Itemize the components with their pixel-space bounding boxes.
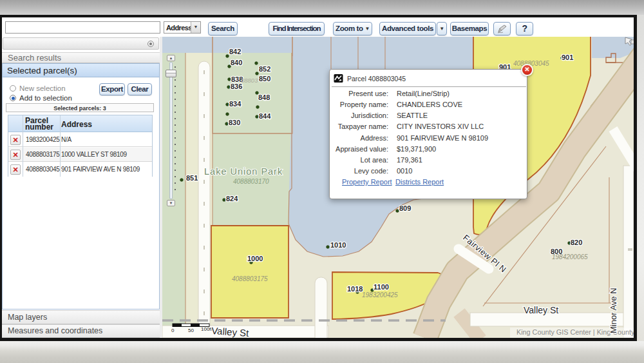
svg-text:901: 901 bbox=[562, 54, 573, 61]
svg-text:1010: 1010 bbox=[330, 241, 346, 249]
svg-text:852: 852 bbox=[259, 65, 270, 73]
svg-text:844: 844 bbox=[259, 112, 271, 120]
svg-text:Valley St: Valley St bbox=[524, 305, 558, 315]
svg-text:848: 848 bbox=[258, 93, 270, 101]
svg-text:Lake Union Park: Lake Union Park bbox=[204, 166, 283, 177]
svg-text:842: 842 bbox=[229, 48, 241, 55]
svg-text:1018: 1018 bbox=[347, 285, 363, 293]
svg-text:809: 809 bbox=[399, 204, 411, 212]
svg-text:50: 50 bbox=[188, 328, 194, 333]
svg-text:88803: 88803 bbox=[241, 77, 258, 84]
svg-text:0: 0 bbox=[171, 328, 175, 333]
svg-text:1100: 1100 bbox=[374, 283, 389, 291]
svg-text:4088803170: 4088803170 bbox=[233, 178, 269, 185]
svg-text:Valley St: Valley St bbox=[211, 325, 250, 338]
svg-text:1984200065: 1984200065 bbox=[552, 253, 588, 260]
svg-text:1000: 1000 bbox=[247, 255, 263, 262]
svg-text:834: 834 bbox=[229, 100, 242, 108]
svg-text:824: 824 bbox=[226, 195, 238, 202]
svg-text:820: 820 bbox=[571, 239, 582, 246]
svg-text:851: 851 bbox=[186, 174, 198, 182]
svg-text:850: 850 bbox=[259, 75, 270, 83]
svg-text:1983200425: 1983200425 bbox=[362, 291, 398, 299]
svg-text:4088803175: 4088803175 bbox=[232, 275, 268, 282]
svg-text:Minor Ave N: Minor Ave N bbox=[609, 288, 618, 333]
svg-text:840: 840 bbox=[231, 59, 242, 66]
svg-text:830: 830 bbox=[229, 119, 240, 126]
